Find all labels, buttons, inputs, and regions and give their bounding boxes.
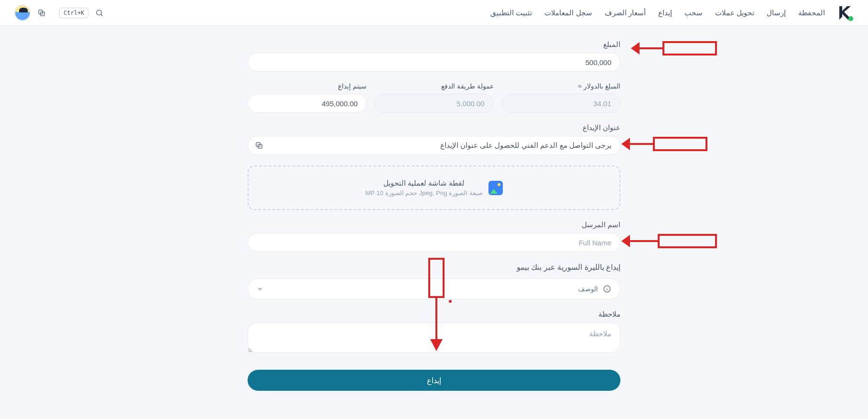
nav-deposit[interactable]: إيداع (658, 9, 672, 17)
shortcut-hint: Ctrl+K (59, 8, 88, 18)
brand-logo[interactable] (836, 4, 854, 22)
amount-label: المبلغ (248, 40, 620, 49)
arrow-annotation-1 (630, 37, 721, 59)
copy-icon[interactable] (37, 9, 46, 17)
svg-rect-5 (663, 42, 716, 55)
sender-label: اسم المرسل (248, 221, 620, 229)
address-label: عنوان الإيداع (248, 123, 620, 132)
svg-point-1 (97, 10, 102, 15)
upload-title: لقطة شاشة لعملية التحويل (365, 179, 482, 187)
upload-hint: صيغة الصورة Jpeg, Png حجم الصورة 10 MP (365, 189, 482, 197)
usd-label: المبلغ بالدولار ≈ (501, 82, 620, 90)
nav-withdraw[interactable]: سحب (684, 9, 703, 17)
copy-icon (255, 141, 263, 150)
app-header: المحفظة إرسال تحويل عملات سحب إيداع أسعا… (0, 0, 868, 26)
user-avatar[interactable] (14, 5, 31, 21)
method-title: إيداع بالليرة السورية عبر بنك بيمو (248, 263, 620, 272)
arrow-annotation-2 (620, 133, 711, 155)
net-label: سيتم إيداع (248, 82, 367, 90)
note-input[interactable] (248, 322, 620, 353)
nav-wallet[interactable]: المحفظة (798, 9, 825, 17)
search-icon[interactable] (95, 9, 104, 17)
indicator-dot (449, 300, 452, 303)
copy-address-button[interactable] (253, 140, 265, 151)
deposit-form: المبلغ المبلغ بالدولار ≈ عمولة طريقة الد… (238, 26, 630, 410)
amount-input[interactable] (248, 53, 620, 72)
nav-install[interactable]: تثبيت التطبيق (490, 9, 532, 17)
svg-rect-10 (654, 138, 706, 150)
arrow-annotation-3 (620, 230, 721, 252)
svg-rect-13 (659, 235, 716, 247)
screenshot-upload[interactable]: لقطة شاشة لعملية التحويل صيغة الصورة Jpe… (248, 165, 620, 210)
address-input (248, 136, 620, 155)
header-tools: Ctrl+K (14, 5, 104, 21)
nav-transactions[interactable]: سجل المعاملات (544, 9, 592, 17)
svg-line-2 (101, 14, 103, 16)
net-input (248, 94, 367, 113)
chevron-down-icon (257, 286, 263, 292)
submit-button[interactable]: إيداع (248, 370, 620, 391)
svg-marker-12 (621, 138, 630, 150)
description-label: الوصف (578, 285, 598, 293)
description-accordion[interactable]: الوصف (248, 278, 620, 299)
fee-label: عمولة طريقة الدفع (374, 82, 493, 90)
info-icon (603, 285, 611, 293)
usd-input (501, 94, 620, 113)
svg-point-0 (848, 16, 853, 21)
svg-marker-7 (631, 42, 640, 55)
main-nav: المحفظة إرسال تحويل عملات سحب إيداع أسعا… (115, 9, 825, 17)
nav-rates[interactable]: أسعار الصرف (605, 9, 646, 17)
note-label: ملاحظة (248, 310, 620, 319)
sender-input[interactable] (248, 233, 620, 252)
fee-input (374, 94, 493, 113)
image-icon (488, 181, 503, 195)
svg-marker-15 (621, 235, 630, 247)
nav-exchange[interactable]: تحويل عملات (715, 9, 754, 17)
nav-send[interactable]: إرسال (767, 9, 786, 17)
